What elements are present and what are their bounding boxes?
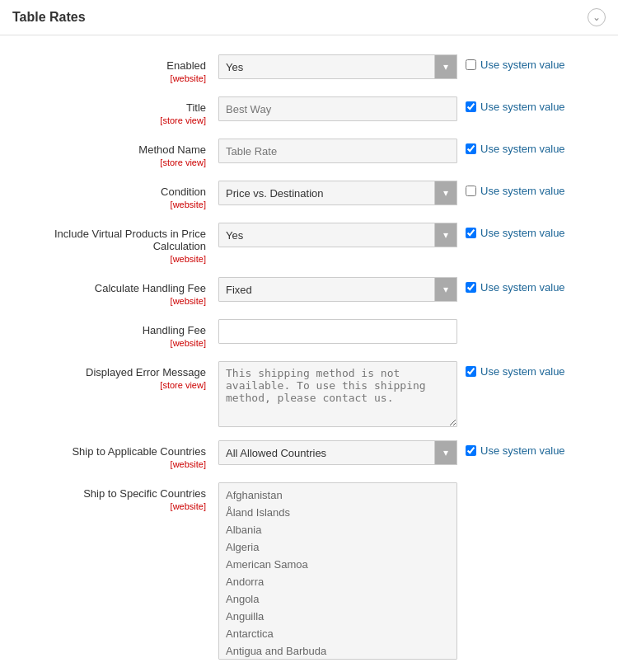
method-name-system-label[interactable]: Use system value <box>480 143 565 155</box>
handling-fee-control-col <box>218 319 606 344</box>
error-message-control-col: Use system value <box>218 361 606 427</box>
country-option[interactable]: Algeria <box>219 538 456 556</box>
method-name-row: Method Name [store view] Use system valu… <box>0 132 618 174</box>
error-message-label-col: Displayed Error Message [store view] <box>12 361 218 390</box>
ship-specific-sublabel: [website] <box>12 501 206 511</box>
method-name-system-value: Use system value <box>466 139 565 155</box>
error-message-textarea[interactable] <box>218 361 457 427</box>
country-option[interactable]: Antarctica <box>219 625 456 642</box>
ship-specific-control-col: Afghanistan Åland Islands Albania Algeri… <box>218 482 606 660</box>
condition-system-label[interactable]: Use system value <box>480 185 565 197</box>
handling-fee-row: Handling Fee [website] <box>0 313 618 355</box>
calculate-handling-control-col: Fixed Percent Use system value <box>218 277 606 302</box>
include-virtual-system-label[interactable]: Use system value <box>480 227 565 239</box>
ship-countries-row: Ship to Applicable Countries [website] A… <box>0 434 618 476</box>
error-message-sublabel: [store view] <box>12 380 206 390</box>
handling-fee-label: Handling Fee <box>143 324 206 336</box>
country-option[interactable]: Afghanistan <box>219 486 456 504</box>
method-name-system-checkbox[interactable] <box>466 143 476 154</box>
calculate-handling-system-checkbox[interactable] <box>466 282 476 293</box>
condition-sublabel: [website] <box>12 200 206 209</box>
method-name-sublabel: [store view] <box>12 157 206 167</box>
enabled-row: Enabled [website] Yes No Use system valu… <box>0 48 618 90</box>
ship-countries-sublabel: [website] <box>12 459 206 469</box>
calculate-handling-row: Calculate Handling Fee [website] Fixed P… <box>0 270 618 313</box>
calculate-handling-label: Calculate Handling Fee <box>95 282 206 294</box>
country-option[interactable]: Andorra <box>219 573 456 590</box>
country-option[interactable]: Angola <box>219 590 456 608</box>
ship-specific-label: Ship to Specific Countries <box>83 487 206 500</box>
calculate-handling-label-col: Calculate Handling Fee [website] <box>12 277 218 306</box>
ship-countries-label: Ship to Applicable Countries <box>72 445 206 458</box>
condition-system-checkbox[interactable] <box>466 186 476 196</box>
show-method-row: Show Method if Not Applicable [website] … <box>0 666 618 672</box>
country-option[interactable]: Albania <box>219 521 456 538</box>
condition-system-value: Use system value <box>466 181 565 197</box>
enabled-system-value: Use system value <box>466 54 565 71</box>
method-name-input[interactable] <box>218 139 457 163</box>
title-control-col: Use system value <box>218 96 606 121</box>
enabled-system-label[interactable]: Use system value <box>480 59 565 71</box>
condition-label-col: Condition [website] <box>12 181 218 209</box>
condition-select-wrapper: Price vs. Destination Weight vs. Destina… <box>218 181 457 205</box>
enabled-sublabel: [website] <box>12 73 206 83</box>
title-system-label[interactable]: Use system value <box>480 101 565 113</box>
include-virtual-system-checkbox[interactable] <box>466 228 476 238</box>
country-option[interactable]: Anguilla <box>219 608 456 625</box>
calculate-handling-select-wrapper: Fixed Percent <box>218 277 457 302</box>
calculate-handling-sublabel: [website] <box>12 296 206 306</box>
condition-label: Condition <box>161 186 206 198</box>
method-name-label-col: Method Name [store view] <box>12 139 218 167</box>
enabled-system-checkbox[interactable] <box>466 59 476 70</box>
enabled-select[interactable]: Yes No <box>218 54 457 79</box>
collapse-button[interactable]: ⌄ <box>588 8 606 26</box>
title-input[interactable] <box>218 96 457 121</box>
error-message-system-label[interactable]: Use system value <box>480 365 565 378</box>
country-option[interactable]: Antigua and Barbuda <box>219 642 456 660</box>
country-option[interactable]: American Samoa <box>219 556 456 573</box>
ship-specific-label-col: Ship to Specific Countries [website] <box>12 482 218 511</box>
enabled-label: Enabled <box>166 59 206 72</box>
include-virtual-select-wrapper: Yes No <box>218 223 457 247</box>
title-label: Title <box>186 101 206 114</box>
error-message-system-value: Use system value <box>466 361 565 378</box>
title-system-checkbox[interactable] <box>466 101 476 112</box>
handling-fee-sublabel: [website] <box>12 338 206 348</box>
error-message-system-checkbox[interactable] <box>466 366 476 377</box>
title-row: Title [store view] Use system value <box>0 90 618 132</box>
calculate-handling-select[interactable]: Fixed Percent <box>218 277 457 302</box>
include-virtual-label-col: Include Virtual Products in Price Calcul… <box>12 223 218 264</box>
include-virtual-select[interactable]: Yes No <box>218 223 457 247</box>
ship-countries-system-label[interactable]: Use system value <box>480 444 565 457</box>
ship-specific-row: Ship to Specific Countries [website] Afg… <box>0 476 618 666</box>
handling-fee-label-col: Handling Fee [website] <box>12 319 218 348</box>
title-sublabel: [store view] <box>12 115 206 125</box>
form-container: Enabled [website] Yes No Use system valu… <box>0 35 618 672</box>
ship-countries-select[interactable]: All Allowed Countries Specific Countries <box>218 440 457 465</box>
ship-specific-select[interactable]: Afghanistan Åland Islands Albania Algeri… <box>218 482 457 660</box>
include-virtual-row: Include Virtual Products in Price Calcul… <box>0 216 618 270</box>
ship-countries-label-col: Ship to Applicable Countries [website] <box>12 440 218 469</box>
title-system-value: Use system value <box>466 96 565 113</box>
calculate-handling-system-value: Use system value <box>466 277 565 294</box>
ship-countries-system-checkbox[interactable] <box>466 445 476 456</box>
method-name-label: Method Name <box>138 143 206 156</box>
ship-countries-system-value: Use system value <box>466 440 565 457</box>
condition-row: Condition [website] Price vs. Destinatio… <box>0 174 618 216</box>
method-name-control-col: Use system value <box>218 139 606 163</box>
ship-countries-control-col: All Allowed Countries Specific Countries… <box>218 440 606 465</box>
country-option[interactable]: Åland Islands <box>219 504 456 521</box>
handling-fee-input[interactable] <box>218 319 457 344</box>
enabled-control-col: Yes No Use system value <box>218 54 606 79</box>
include-virtual-system-value: Use system value <box>466 223 565 239</box>
ship-countries-select-wrapper: All Allowed Countries Specific Countries <box>218 440 457 465</box>
error-message-label: Displayed Error Message <box>86 366 206 378</box>
include-virtual-label: Include Virtual Products in Price Calcul… <box>54 228 206 252</box>
error-message-row: Displayed Error Message [store view] Use… <box>0 355 618 434</box>
calculate-handling-system-label[interactable]: Use system value <box>480 281 565 294</box>
include-virtual-sublabel: [website] <box>12 254 206 264</box>
enabled-select-wrapper: Yes No <box>218 54 457 79</box>
page-header: Table Rates ⌄ <box>0 0 618 35</box>
condition-select[interactable]: Price vs. Destination Weight vs. Destina… <box>218 181 457 205</box>
condition-control-col: Price vs. Destination Weight vs. Destina… <box>218 181 606 205</box>
